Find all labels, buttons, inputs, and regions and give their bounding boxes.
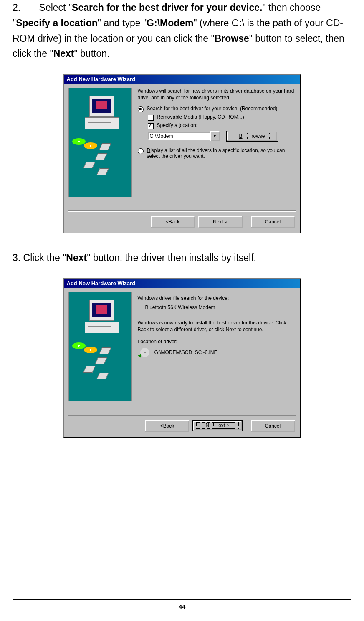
wizard-illustration — [68, 292, 132, 401]
radio-icon — [138, 148, 144, 154]
dialog-titlebar[interactable]: Add New Hardware Wizard — [64, 75, 300, 84]
location-input[interactable] — [148, 132, 210, 140]
step-2-number: 2. — [13, 0, 20, 15]
checkbox-icon — [148, 123, 154, 129]
radio-icon — [138, 106, 144, 112]
location-label: Location of driver: — [138, 339, 296, 345]
checkbox-removable-media[interactable]: Removable Media (Floppy, CD-ROM...) — [148, 114, 296, 121]
checkbox-icon — [148, 115, 154, 121]
checkbox-specify-location[interactable]: Specify a location: — [148, 122, 296, 129]
next-button[interactable]: Next > — [198, 216, 243, 228]
wizard-dialog-2: Add New Hardware Wizard Windows driver f… — [63, 278, 301, 438]
option-search-best[interactable]: Search for the best driver for your devi… — [138, 106, 296, 112]
wizard-dialog-1: Add New Hardware Wizard Windows will sea… — [63, 74, 301, 233]
step-3-number: 3. — [13, 250, 20, 266]
cancel-button[interactable]: Cancel — [251, 420, 295, 432]
cancel-button[interactable]: Cancel — [251, 216, 295, 228]
dropdown-button[interactable]: ▼ — [210, 131, 220, 141]
back-button[interactable]: < Back — [145, 420, 189, 432]
ready-text: Windows is now ready to install the best… — [138, 319, 296, 333]
search-label: Windows driver file search for the devic… — [138, 295, 296, 301]
driver-path: G:\MODEM\SCD_SC~6.INF — [154, 350, 217, 355]
back-button[interactable]: < Back — [151, 216, 195, 228]
driver-location-row: G:\MODEM\SCD_SC~6.INF — [138, 348, 296, 357]
step-2: 2. Select "Search for the best driver fo… — [13, 0, 351, 61]
device-name: Bluetooth 56K Wireless Modem — [145, 304, 296, 310]
next-button[interactable]: Next > — [192, 420, 242, 431]
option-display-list[interactable]: Display a list of all the drivers in a s… — [138, 147, 296, 159]
cd-install-icon — [138, 348, 150, 357]
intro-text: Windows will search for new drivers in i… — [138, 88, 296, 101]
step-3: 3. Click the "Next" button, the driver t… — [13, 250, 351, 266]
location-combo: ▼ Browse — [148, 131, 296, 142]
dialog-titlebar[interactable]: Add New Hardware Wizard — [64, 279, 300, 288]
page-number: 44 — [13, 599, 351, 610]
browse-button[interactable]: Browse — [226, 131, 278, 142]
wizard-illustration — [68, 88, 132, 197]
